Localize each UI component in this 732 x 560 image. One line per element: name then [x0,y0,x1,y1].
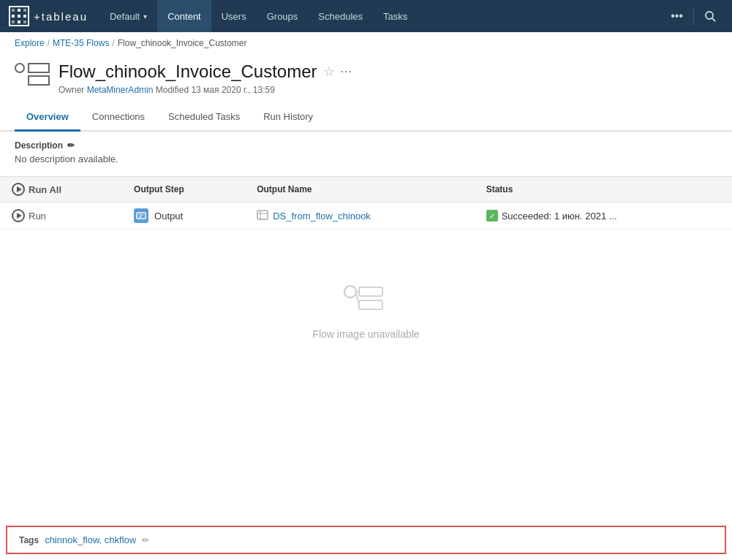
flow-icon [15,63,50,86]
output-step-label: Output [154,211,183,222]
tab-connections[interactable]: Connections [80,104,156,132]
status-badge: Succeeded: 1 июн. 2021 ... [502,211,617,222]
output-name-cell: DS_from_flow_chinook [245,203,475,230]
nav-search-icon[interactable] [697,0,723,32]
flow-icon-circle [15,63,25,73]
run-button[interactable]: Run [12,209,110,222]
breadcrumb-sep2: / [112,38,114,48]
run-play-icon [12,209,25,222]
tags-section: Tags chinnok_flow, chkflow ✏ [6,526,726,554]
svg-rect-18 [359,287,382,296]
nav-default[interactable]: Default ▾ [99,0,157,32]
flow-modified-date: 13 мая 2020 г., 13:59 [191,85,274,95]
nav-users[interactable]: Users [211,0,257,32]
svg-rect-0 [18,9,20,12]
output-table: Run All Output Step Output Name Status R… [0,176,732,230]
tags-label: Tags [19,535,39,545]
flow-title-section: Flow_chinook_Invoice_Customer ☆ ··· Owne… [59,61,717,95]
nav-default-arrow: ▾ [143,12,147,20]
svg-rect-19 [359,300,382,309]
col-output-name: Output Name [245,177,475,203]
logo: +tableau [9,6,88,26]
flow-owner-name[interactable]: MetaMinerAdmin [87,85,154,95]
logo-icon [9,6,29,26]
output-name-link[interactable]: DS_from_flow_chinook [273,211,371,222]
breadcrumb: Explore / MTE-35 Flows / Flow_chinook_In… [0,32,732,54]
flow-title: Flow_chinook_Invoice_Customer [59,61,317,82]
flow-more-options[interactable]: ··· [341,65,352,78]
breadcrumb-explore[interactable]: Explore [15,38,45,48]
flow-unavailable-section: Flow image unavailable [0,230,732,384]
logo-text: +tableau [34,10,88,23]
table-row: Run Output [0,203,732,230]
nav-tasks[interactable]: Tasks [373,0,418,32]
svg-rect-8 [23,20,26,23]
flow-icon-rect-top [28,63,50,73]
flow-meta: Owner MetaMinerAdmin Modified 13 мая 202… [59,85,717,95]
svg-rect-11 [137,213,146,219]
breadcrumb-sep1: / [48,38,50,48]
col-run-all: Run All [0,177,122,203]
svg-rect-7 [12,20,15,23]
col-status: Status [475,177,732,203]
breadcrumb-flows[interactable]: MTE-35 Flows [53,38,109,48]
output-step-type-icon [134,208,148,223]
svg-rect-4 [23,15,26,18]
flow-favorite-star[interactable]: ☆ [323,64,335,80]
flow-modified-label: Modified [156,85,189,95]
tabs: Overview Connections Scheduled Tasks Run… [0,104,732,132]
svg-rect-2 [18,20,20,23]
tags-edit-icon[interactable]: ✏ [142,535,149,545]
nav-more-dots[interactable]: ••• [663,0,690,32]
description-edit-icon[interactable]: ✏ [67,140,75,151]
breadcrumb-current: Flow_chinook_Invoice_Customer [118,38,247,48]
output-ds-icon [257,210,268,222]
run-all-play-icon [12,183,25,196]
nav-default-label: Default [110,11,140,22]
flow-unavailable-text: Flow image unavailable [312,328,419,340]
svg-rect-6 [23,9,26,12]
status-cell: ✓ Succeeded: 1 июн. 2021 ... [475,203,732,230]
tab-scheduled-tasks[interactable]: Scheduled Tasks [156,104,252,132]
svg-line-10 [712,18,715,21]
description-text: No description available. [15,154,717,164]
nav-schedules[interactable]: Schedules [308,0,373,32]
description-section: Description ✏ No description available. [0,132,732,170]
col-output-step: Output Step [122,177,245,203]
run-cell: Run [0,203,122,230]
output-step-cell: Output [122,203,245,230]
nav-content[interactable]: Content [157,0,211,32]
nav-divider [693,7,694,25]
flow-unavailable-icon [337,273,396,319]
svg-rect-5 [12,9,15,12]
svg-rect-1 [18,15,20,18]
run-all-button[interactable]: Run All [12,183,110,196]
svg-rect-14 [257,211,268,219]
description-label: Description [15,140,63,151]
topnav: +tableau Default ▾ Content Users Groups … [0,0,732,32]
tags-values: chinnok_flow, chkflow [45,534,136,545]
status-check-icon: ✓ [486,210,498,222]
svg-rect-3 [12,15,15,18]
flow-owner-label: Owner [59,85,84,95]
run-all-triangle [17,186,22,192]
svg-point-17 [344,286,356,298]
flow-icon-rect-bottom [28,75,50,86]
flow-header: Flow_chinook_Invoice_Customer ☆ ··· Owne… [0,54,732,101]
nav-groups[interactable]: Groups [257,0,309,32]
run-triangle [17,213,22,219]
tab-run-history[interactable]: Run History [252,104,325,132]
svg-point-9 [706,12,713,19]
tab-overview[interactable]: Overview [15,104,80,132]
